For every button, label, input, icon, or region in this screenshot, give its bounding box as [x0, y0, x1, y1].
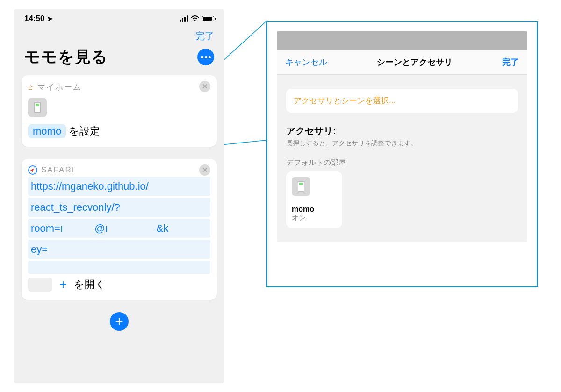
cancel-button[interactable]: キャンセル	[285, 57, 327, 68]
done-button[interactable]: 完了	[14, 25, 224, 46]
more-button[interactable]	[197, 49, 214, 65]
modal-done-button[interactable]: 完了	[502, 57, 519, 68]
accessory-picker-popout: キャンセル シーンとアクセサリ 完了 アクセサリとシーンを選択... アクセサリ…	[266, 21, 538, 287]
svg-point-2	[194, 20, 195, 21]
location-icon: ➤	[46, 14, 53, 23]
home-icon: ⌂	[28, 83, 34, 92]
url-line[interactable]: react_ts_recvonly/?	[28, 198, 210, 217]
accessories-section-title: アクセサリ:	[286, 125, 518, 137]
url-line[interactable]: https://mganeko.github.io/	[28, 177, 210, 196]
action-card-safari[interactable]: SAFARI ✕ https://mganeko.github.io/ reac…	[22, 159, 217, 300]
accessory-icon	[28, 98, 47, 117]
status-time: 14:50 ➤	[24, 14, 53, 23]
card-header-label: マイホーム	[37, 82, 82, 93]
action-tail: を設定	[69, 124, 100, 138]
modal-sheet: キャンセル シーンとアクセサリ 完了 アクセサリとシーンを選択... アクセサリ…	[277, 50, 527, 242]
shortcut-title: モモを見る	[24, 46, 108, 68]
card-header-home: ⌂ マイホーム	[28, 82, 210, 93]
action-card-home[interactable]: ⌂ マイホーム ✕ momo を設定	[22, 75, 217, 147]
add-action-button[interactable]: +	[110, 312, 129, 331]
wifi-icon	[191, 15, 199, 22]
open-target-box[interactable]	[28, 278, 52, 292]
accessory-token[interactable]: momo	[28, 124, 66, 138]
card-close-button[interactable]: ✕	[199, 81, 210, 92]
plus-icon[interactable]: +	[57, 278, 69, 291]
open-row[interactable]: + を開く	[28, 278, 210, 292]
accessory-state: オン	[292, 214, 337, 222]
url-line-empty[interactable]	[28, 261, 210, 274]
url-line[interactable]: ey=	[28, 240, 210, 259]
open-tail: を開く	[74, 278, 106, 292]
modal-title: シーンとアクセサリ	[377, 57, 453, 68]
status-bar: 14:50 ➤	[14, 9, 224, 25]
accessory-tile[interactable]: momo オン	[286, 171, 342, 228]
card-close-button[interactable]: ✕	[199, 164, 210, 176]
card-header-label: SAFARI	[41, 165, 75, 175]
room-label: デフォルトの部屋	[286, 158, 518, 168]
select-scenes-row[interactable]: アクセサリとシーンを選択...	[286, 89, 518, 113]
signal-icon	[180, 15, 188, 22]
accessory-name: momo	[292, 205, 337, 214]
url-block[interactable]: https://mganeko.github.io/ react_ts_recv…	[28, 175, 210, 274]
status-right	[180, 15, 214, 22]
url-line[interactable]: room=ı @ı &k	[28, 219, 210, 238]
action-row[interactable]: momo を設定	[28, 124, 210, 138]
modal-header: キャンセル シーンとアクセサリ 完了	[277, 50, 527, 75]
phone-shortcut-editor: 14:50 ➤ 完了 モモを見る ⌂ マイホーム ✕ momo を設定 SAFA…	[14, 9, 224, 383]
battery-icon	[202, 16, 214, 21]
accessory-tile-icon	[292, 177, 310, 196]
accessories-section-sub: 長押しすると、アクセサリを調整できます。	[286, 139, 518, 148]
modal-backdrop	[277, 31, 527, 50]
safari-icon	[28, 165, 37, 175]
card-header-safari: SAFARI	[28, 165, 210, 175]
